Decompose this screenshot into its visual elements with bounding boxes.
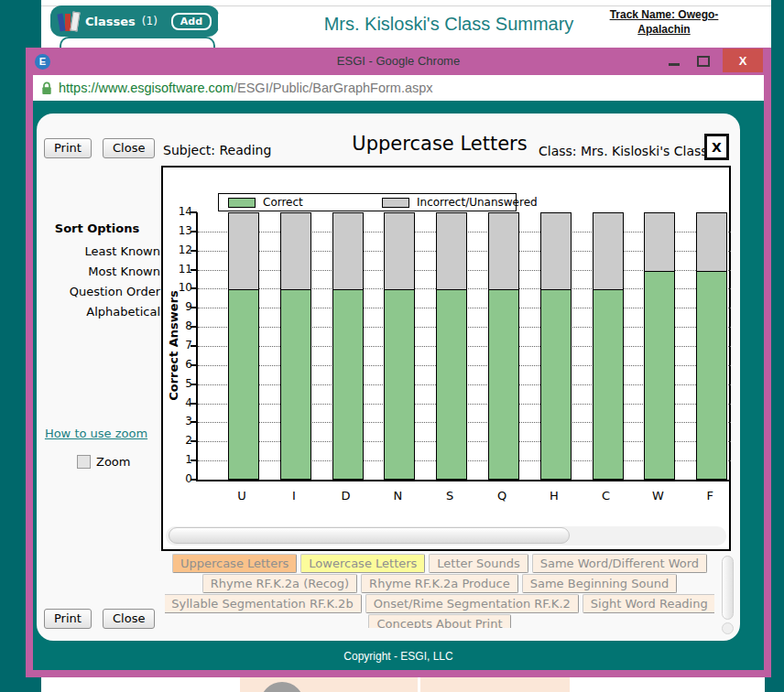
y-tick-11: 11: [165, 263, 192, 276]
y-tick-8: 8: [165, 319, 192, 332]
legend-label-correct: Correct: [263, 196, 303, 209]
test-button-concepts-about-print[interactable]: Concepts About Print: [368, 614, 510, 628]
test-button-lowercase-letters[interactable]: Lowercase Letters: [300, 554, 425, 573]
duplicate-icon[interactable]: [218, 13, 222, 30]
chart-legend: Correct Incorrect/Unanswered: [218, 193, 517, 211]
window-close-button[interactable]: X: [723, 49, 763, 72]
y-tick-14: 14: [165, 205, 192, 218]
bar-s: [436, 212, 467, 480]
zoom-checkbox[interactable]: [77, 455, 91, 469]
subject-label: Subject: Reading: [163, 143, 271, 157]
bar-d: [332, 212, 364, 480]
x-label-u: U: [226, 489, 257, 503]
y-tick-5: 5: [165, 377, 192, 390]
x-label-f: F: [694, 489, 725, 503]
classes-count: (1): [142, 15, 158, 27]
maximize-button[interactable]: [691, 48, 715, 75]
y-tick-2: 2: [165, 434, 192, 447]
panel-scrollbar-knob[interactable]: [722, 622, 734, 634]
legend-label-incorrect: Incorrect/Unanswered: [417, 196, 538, 209]
test-button-letter-sounds[interactable]: Letter Sounds: [429, 554, 528, 573]
page-right-margin: [771, 0, 784, 692]
bar-chart: Correct Incorrect/Unanswered Correct Ans…: [161, 166, 731, 551]
panel-vertical-scrollbar-thumb[interactable]: [722, 556, 734, 620]
url-text: https://www.esgisoftware.com/ESGI/Public…: [59, 81, 433, 95]
legend-swatch-correct: [228, 198, 256, 208]
x-label-w: W: [642, 489, 673, 503]
test-button-same-word-different-word[interactable]: Same Word/Different Word: [532, 554, 707, 573]
address-bar[interactable]: https://www.esgisoftware.com/ESGI/Public…: [33, 75, 764, 101]
window-titlebar[interactable]: E ESGI - Google Chrome X: [26, 48, 771, 75]
x-label-i: I: [278, 489, 310, 503]
test-button-rhyme-rf-k-2a-produce[interactable]: Rhyme RF.K.2a Produce: [361, 574, 518, 593]
minimize-button[interactable]: [662, 48, 686, 75]
test-button-sight-word-reading[interactable]: Sight Word Reading: [583, 594, 714, 613]
track-name-link[interactable]: Track Name: Owego- Apalachin: [595, 8, 733, 37]
y-tick-12: 12: [165, 243, 192, 256]
test-button-rhyme-rf-k-2a-recog[interactable]: Rhyme RF.K.2a (Recog): [202, 574, 357, 593]
add-class-button[interactable]: Add: [171, 13, 212, 30]
bar-f: [696, 212, 727, 480]
x-label-q: Q: [486, 489, 517, 503]
x-label-d: D: [331, 489, 362, 503]
y-tick-1: 1: [165, 453, 192, 466]
x-label-c: C: [591, 489, 622, 503]
class-name-label: Class: Mrs. Kisloski's Class: [539, 144, 708, 158]
close-button-bottom[interactable]: Close: [103, 609, 155, 629]
bar-q: [488, 212, 519, 480]
bar-h: [540, 212, 572, 480]
test-button-onset-rime-segmentation-rf-k-2[interactable]: Onset/Rime Segmentation RF.K.2: [365, 594, 579, 613]
report-close-x-button[interactable]: X: [704, 134, 729, 160]
y-tick-13: 13: [165, 224, 192, 237]
background-page-header: Classes (1) Add Mrs. Kisloski's Class Su…: [41, 0, 771, 48]
x-label-s: S: [434, 489, 465, 503]
classes-tab[interactable]: Classes (1) Add: [50, 5, 219, 37]
chart-horizontal-scrollbar-thumb[interactable]: [169, 527, 570, 544]
window-title: ESGI - Google Chrome: [26, 48, 771, 75]
books-icon: [59, 11, 79, 31]
x-label-n: N: [382, 489, 413, 503]
y-tick-9: 9: [165, 300, 192, 313]
bar-c: [593, 212, 624, 480]
test-button-same-beginning-sound[interactable]: Same Beginning Sound: [522, 574, 677, 593]
padlock-icon: [41, 81, 52, 95]
background-page-bottom: [0, 677, 784, 692]
y-tick-7: 7: [165, 339, 192, 351]
zoom-checkbox-label: Zoom: [96, 455, 130, 469]
classes-tab-label: Classes: [85, 15, 136, 28]
legend-swatch-incorrect: [382, 198, 409, 208]
report-title: Uppercase Letters: [302, 133, 577, 155]
class-summary-title: Mrs. Kisloski's Class Summary: [252, 14, 646, 35]
chart-horizontal-scrollbar[interactable]: [166, 526, 726, 546]
how-to-use-zoom-link[interactable]: How to use zoom: [44, 427, 148, 440]
test-button-uppercase-letters[interactable]: Uppercase Letters: [172, 554, 297, 573]
close-button[interactable]: Close: [103, 138, 155, 158]
print-button-bottom[interactable]: Print: [44, 609, 92, 629]
test-navigation: Uppercase LettersLowercase LettersLetter…: [165, 554, 714, 628]
y-tick-6: 6: [165, 358, 192, 371]
esgi-popup-window: E ESGI - Google Chrome X https://www.esg…: [26, 48, 771, 677]
esgi-favicon: E: [35, 54, 50, 70]
y-tick-4: 4: [165, 396, 192, 409]
x-label-h: H: [539, 489, 570, 503]
test-button-syllable-segmentation-rf-k-2b[interactable]: Syllable Segmentation RF.K.2b: [165, 594, 362, 613]
y-tick-0: 0: [165, 472, 192, 485]
copyright-text: Copyright - ESGI, LLC: [33, 650, 764, 663]
window-content: Print Close Subject: Reading Uppercase L…: [33, 101, 764, 670]
y-tick-10: 10: [165, 281, 192, 294]
print-button[interactable]: Print: [44, 138, 92, 158]
bar-u: [228, 212, 259, 480]
report-panel: Print Close Subject: Reading Uppercase L…: [37, 114, 740, 641]
bar-n: [384, 212, 415, 480]
plot-area: [196, 212, 731, 481]
bar-w: [644, 212, 675, 480]
y-tick-3: 3: [165, 415, 192, 427]
bar-i: [280, 212, 311, 480]
